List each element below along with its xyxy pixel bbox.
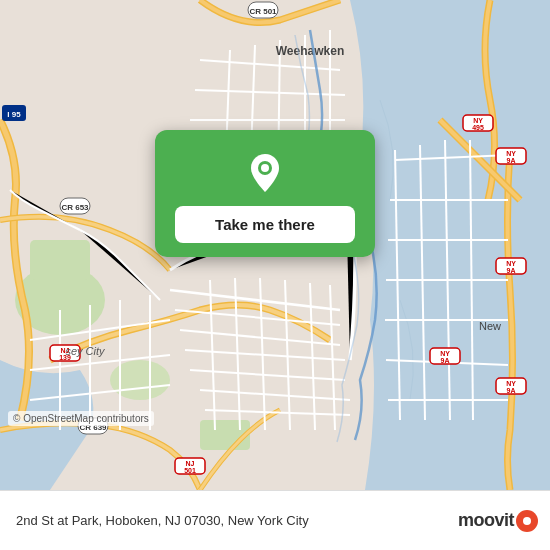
svg-text:9A: 9A [507, 157, 516, 164]
svg-text:9A: 9A [441, 357, 450, 364]
svg-text:9A: 9A [507, 387, 516, 394]
svg-text:NY: NY [506, 380, 516, 387]
svg-text:Weehawken: Weehawken [276, 44, 344, 58]
moovit-logo-dot-inner [523, 517, 531, 525]
moovit-logo: moovit [458, 510, 538, 532]
svg-text:NY: NY [473, 117, 483, 124]
svg-text:NJ: NJ [186, 460, 195, 467]
location-card: Take me there [155, 130, 375, 257]
svg-text:501: 501 [184, 467, 196, 474]
svg-text:CR 653: CR 653 [61, 203, 89, 212]
svg-text:I 95: I 95 [7, 110, 21, 119]
take-me-there-button[interactable]: Take me there [175, 206, 355, 243]
map-container: I 95 CR 501 CR 653 NJ 139 CR 639 NY 495 … [0, 0, 550, 490]
moovit-logo-dot [516, 510, 538, 532]
osm-credit: © OpenStreetMap contributors [8, 411, 154, 426]
svg-text:495: 495 [472, 124, 484, 131]
svg-text:New: New [479, 320, 501, 332]
svg-text:sey City: sey City [65, 345, 106, 357]
svg-text:NY: NY [440, 350, 450, 357]
svg-text:NY: NY [506, 260, 516, 267]
svg-text:9A: 9A [507, 267, 516, 274]
svg-text:CR 501: CR 501 [249, 7, 277, 16]
svg-point-82 [261, 164, 269, 172]
bottom-bar: 2nd St at Park, Hoboken, NJ 07030, New Y… [0, 490, 550, 550]
svg-rect-2 [30, 240, 90, 280]
moovit-logo-text: moovit [458, 510, 514, 531]
map-pin-icon [241, 148, 289, 196]
address-text: 2nd St at Park, Hoboken, NJ 07030, New Y… [16, 513, 458, 528]
svg-text:NY: NY [506, 150, 516, 157]
